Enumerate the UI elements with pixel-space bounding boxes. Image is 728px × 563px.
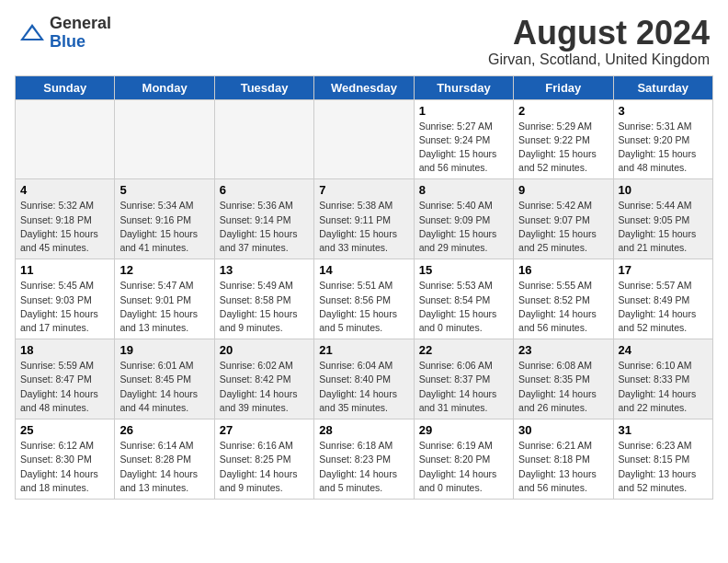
day-info: Sunrise: 5:45 AMSunset: 9:03 PMDaylight:…	[20, 279, 109, 335]
day-info: Sunrise: 6:19 AMSunset: 8:20 PMDaylight:…	[419, 439, 508, 495]
calendar-week-row: 4Sunrise: 5:32 AMSunset: 9:18 PMDaylight…	[16, 179, 713, 259]
day-info: Sunrise: 5:55 AMSunset: 8:52 PMDaylight:…	[518, 279, 608, 335]
table-row: 23Sunrise: 6:08 AMSunset: 8:35 PMDayligh…	[514, 339, 613, 419]
day-number: 3	[619, 104, 708, 118]
day-info: Sunrise: 6:01 AMSunset: 8:45 PMDaylight:…	[119, 359, 209, 415]
table-row: 13Sunrise: 5:49 AMSunset: 8:58 PMDayligh…	[214, 259, 313, 339]
day-number: 25	[20, 423, 109, 437]
logo-icon	[18, 22, 46, 44]
day-info: Sunrise: 6:04 AMSunset: 8:40 PMDaylight:…	[319, 359, 408, 415]
logo-blue-text: Blue	[50, 33, 111, 52]
day-number: 13	[220, 263, 309, 277]
day-info: Sunrise: 6:14 AMSunset: 8:28 PMDaylight:…	[119, 439, 209, 495]
day-number: 30	[518, 423, 608, 437]
day-info: Sunrise: 5:38 AMSunset: 9:11 PMDaylight:…	[319, 199, 408, 255]
calendar-table: Sunday Monday Tuesday Wednesday Thursday…	[15, 75, 713, 500]
day-number: 27	[220, 423, 309, 437]
day-number: 24	[619, 343, 708, 357]
day-info: Sunrise: 5:51 AMSunset: 8:56 PMDaylight:…	[319, 279, 408, 335]
day-number: 21	[319, 343, 408, 357]
calendar-week-row: 1Sunrise: 5:27 AMSunset: 9:24 PMDaylight…	[16, 99, 713, 179]
day-number: 10	[619, 183, 708, 197]
table-row: 11Sunrise: 5:45 AMSunset: 9:03 PMDayligh…	[16, 259, 115, 339]
calendar-subtitle: Girvan, Scotland, United Kingdom	[488, 52, 710, 68]
table-row: 7Sunrise: 5:38 AMSunset: 9:11 PMDaylight…	[314, 179, 414, 259]
table-row	[314, 99, 414, 179]
table-row: 17Sunrise: 5:57 AMSunset: 8:49 PMDayligh…	[613, 259, 712, 339]
day-number: 8	[419, 183, 508, 197]
day-number: 29	[419, 423, 508, 437]
table-row: 12Sunrise: 5:47 AMSunset: 9:01 PMDayligh…	[115, 259, 214, 339]
table-row: 14Sunrise: 5:51 AMSunset: 8:56 PMDayligh…	[314, 259, 414, 339]
table-row: 25Sunrise: 6:12 AMSunset: 8:30 PMDayligh…	[16, 419, 115, 500]
calendar-wrapper: Sunday Monday Tuesday Wednesday Thursday…	[0, 75, 728, 507]
logo-general-text: General	[50, 15, 111, 33]
table-row: 5Sunrise: 5:34 AMSunset: 9:16 PMDaylight…	[115, 179, 214, 259]
day-number: 7	[319, 183, 408, 197]
day-number: 26	[119, 423, 209, 437]
day-info: Sunrise: 5:47 AMSunset: 9:01 PMDaylight:…	[119, 279, 209, 335]
day-info: Sunrise: 6:12 AMSunset: 8:30 PMDaylight:…	[20, 439, 109, 495]
title-section: August 2024 Girvan, Scotland, United Kin…	[488, 15, 710, 68]
table-row: 29Sunrise: 6:19 AMSunset: 8:20 PMDayligh…	[414, 419, 513, 500]
table-row: 20Sunrise: 6:02 AMSunset: 8:42 PMDayligh…	[214, 339, 313, 419]
day-number: 31	[619, 423, 708, 437]
calendar-week-row: 11Sunrise: 5:45 AMSunset: 9:03 PMDayligh…	[16, 259, 713, 339]
table-row: 24Sunrise: 6:10 AMSunset: 8:33 PMDayligh…	[613, 339, 712, 419]
table-row: 15Sunrise: 5:53 AMSunset: 8:54 PMDayligh…	[414, 259, 513, 339]
header-wednesday: Wednesday	[314, 75, 414, 99]
day-info: Sunrise: 6:02 AMSunset: 8:42 PMDaylight:…	[220, 359, 309, 415]
day-info: Sunrise: 6:08 AMSunset: 8:35 PMDaylight:…	[518, 359, 608, 415]
day-info: Sunrise: 5:57 AMSunset: 8:49 PMDaylight:…	[619, 279, 708, 335]
table-row: 27Sunrise: 6:16 AMSunset: 8:25 PMDayligh…	[214, 419, 313, 500]
day-number: 28	[319, 423, 408, 437]
table-row: 10Sunrise: 5:44 AMSunset: 9:05 PMDayligh…	[613, 179, 712, 259]
day-number: 12	[119, 263, 209, 277]
day-info: Sunrise: 5:59 AMSunset: 8:47 PMDaylight:…	[20, 359, 109, 415]
table-row	[16, 99, 115, 179]
logo: General Blue	[18, 15, 111, 52]
day-info: Sunrise: 5:53 AMSunset: 8:54 PMDaylight:…	[419, 279, 508, 335]
day-number: 17	[619, 263, 708, 277]
day-info: Sunrise: 5:29 AMSunset: 9:22 PMDaylight:…	[518, 120, 608, 176]
day-info: Sunrise: 6:10 AMSunset: 8:33 PMDaylight:…	[619, 359, 708, 415]
day-number: 4	[20, 183, 109, 197]
day-number: 1	[419, 104, 508, 118]
day-number: 9	[518, 183, 608, 197]
table-row: 30Sunrise: 6:21 AMSunset: 8:18 PMDayligh…	[514, 419, 613, 500]
table-row: 9Sunrise: 5:42 AMSunset: 9:07 PMDaylight…	[514, 179, 613, 259]
day-number: 15	[419, 263, 508, 277]
table-row: 3Sunrise: 5:31 AMSunset: 9:20 PMDaylight…	[613, 99, 712, 179]
day-info: Sunrise: 5:44 AMSunset: 9:05 PMDaylight:…	[619, 199, 708, 255]
day-info: Sunrise: 5:34 AMSunset: 9:16 PMDaylight:…	[119, 199, 209, 255]
day-number: 19	[119, 343, 209, 357]
day-info: Sunrise: 6:06 AMSunset: 8:37 PMDaylight:…	[419, 359, 508, 415]
header-tuesday: Tuesday	[214, 75, 313, 99]
day-info: Sunrise: 6:23 AMSunset: 8:15 PMDaylight:…	[619, 439, 708, 495]
day-number: 5	[119, 183, 209, 197]
table-row: 28Sunrise: 6:18 AMSunset: 8:23 PMDayligh…	[314, 419, 414, 500]
day-number: 18	[20, 343, 109, 357]
day-info: Sunrise: 6:18 AMSunset: 8:23 PMDaylight:…	[319, 439, 408, 495]
day-number: 22	[419, 343, 508, 357]
day-info: Sunrise: 5:27 AMSunset: 9:24 PMDaylight:…	[419, 120, 508, 176]
calendar-week-row: 25Sunrise: 6:12 AMSunset: 8:30 PMDayligh…	[16, 419, 713, 500]
day-number: 11	[20, 263, 109, 277]
day-number: 23	[518, 343, 608, 357]
day-info: Sunrise: 5:49 AMSunset: 8:58 PMDaylight:…	[220, 279, 309, 335]
table-row: 8Sunrise: 5:40 AMSunset: 9:09 PMDaylight…	[414, 179, 513, 259]
table-row: 4Sunrise: 5:32 AMSunset: 9:18 PMDaylight…	[16, 179, 115, 259]
day-number: 2	[518, 104, 608, 118]
table-row: 2Sunrise: 5:29 AMSunset: 9:22 PMDaylight…	[514, 99, 613, 179]
table-row: 16Sunrise: 5:55 AMSunset: 8:52 PMDayligh…	[514, 259, 613, 339]
table-row: 31Sunrise: 6:23 AMSunset: 8:15 PMDayligh…	[613, 419, 712, 500]
day-info: Sunrise: 5:32 AMSunset: 9:18 PMDaylight:…	[20, 199, 109, 255]
header-friday: Friday	[514, 75, 613, 99]
day-info: Sunrise: 5:42 AMSunset: 9:07 PMDaylight:…	[518, 199, 608, 255]
header-thursday: Thursday	[414, 75, 513, 99]
table-row: 19Sunrise: 6:01 AMSunset: 8:45 PMDayligh…	[115, 339, 214, 419]
day-number: 16	[518, 263, 608, 277]
calendar-week-row: 18Sunrise: 5:59 AMSunset: 8:47 PMDayligh…	[16, 339, 713, 419]
day-info: Sunrise: 6:21 AMSunset: 8:18 PMDaylight:…	[518, 439, 608, 495]
day-info: Sunrise: 5:40 AMSunset: 9:09 PMDaylight:…	[419, 199, 508, 255]
